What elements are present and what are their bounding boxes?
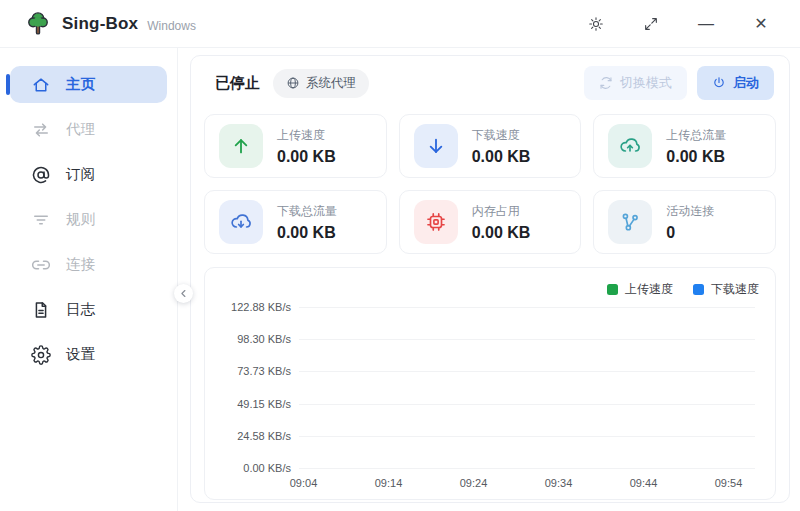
sidebar-item-label: 主页 — [66, 75, 95, 94]
stat-cards: 上传速度 0.00 KB 下载速度 0.00 KB — [191, 110, 789, 254]
system-proxy-label: 系统代理 — [306, 75, 356, 92]
chevron-left-icon — [178, 288, 189, 299]
globe-icon — [286, 76, 300, 90]
status-buttons: 切换模式 启动 — [584, 66, 774, 100]
x-tick: 09:14 — [346, 477, 431, 489]
theme-toggle-sun-icon[interactable] — [587, 15, 605, 33]
stat-value: 0.00 KB — [472, 148, 531, 166]
legend-upload-speed: 上传速度 — [607, 281, 673, 298]
stat-label: 下载速度 — [472, 127, 531, 144]
x-tick: 09:24 — [431, 477, 516, 489]
cpu-chip-icon — [414, 200, 458, 244]
link-icon — [31, 255, 51, 275]
filter-lines-icon — [31, 210, 51, 230]
download-swatch-icon — [693, 284, 704, 295]
y-tick: 73.73 KB/s — [221, 365, 291, 377]
start-button[interactable]: 启动 — [697, 66, 774, 100]
stat-card-download-speed: 下载速度 0.00 KB — [399, 114, 582, 178]
close-icon[interactable]: ✕ — [752, 15, 770, 33]
gridline — [299, 371, 755, 372]
gridline — [299, 404, 755, 405]
sidebar-item-label: 设置 — [66, 345, 95, 364]
gridline — [299, 468, 755, 469]
y-tick: 122.88 KB/s — [221, 301, 291, 313]
chart-legend: 上传速度 下载速度 — [221, 280, 759, 298]
stat-label: 上传速度 — [277, 127, 336, 144]
gear-icon — [31, 345, 51, 365]
sidebar-item-logs[interactable]: 日志 — [10, 291, 167, 328]
app-subtitle: Windows — [147, 19, 196, 33]
power-icon — [712, 76, 726, 90]
stat-value: 0 — [666, 224, 714, 242]
sidebar-item-rules[interactable]: 规则 — [10, 201, 167, 238]
switch-mode-label: 切换模式 — [620, 74, 672, 92]
swap-arrows-icon — [31, 120, 51, 140]
stat-value: 0.00 KB — [472, 224, 531, 242]
switch-mode-button[interactable]: 切换模式 — [584, 66, 687, 100]
gridline — [299, 339, 755, 340]
x-tick: 09:04 — [261, 477, 346, 489]
window-controls: — ✕ — [587, 15, 770, 33]
stat-card-memory: 内存占用 0.00 KB — [399, 190, 582, 254]
x-tick: 09:44 — [601, 477, 686, 489]
stat-label: 上传总流量 — [666, 127, 726, 144]
system-proxy-badge[interactable]: 系统代理 — [273, 69, 369, 98]
sidebar-item-label: 订阅 — [66, 165, 95, 184]
arrow-up-icon — [219, 124, 263, 168]
traffic-chart: 上传速度 下载速度 122.88 KB/s 98.30 KB/s 73.73 K… — [204, 267, 776, 500]
sidebar: 主页 代理 订阅 规则 连接 — [0, 48, 178, 511]
cloud-upload-icon — [608, 124, 652, 168]
arrow-down-icon — [414, 124, 458, 168]
legend-label: 下载速度 — [711, 281, 759, 298]
stat-value: 0.00 KB — [277, 224, 337, 242]
gridline — [299, 436, 755, 437]
start-label: 启动 — [733, 74, 759, 92]
refresh-icon — [599, 76, 613, 90]
sidebar-item-connections[interactable]: 连接 — [10, 246, 167, 283]
minimize-icon[interactable]: — — [697, 15, 715, 33]
stat-card-download-total: 下载总流量 0.00 KB — [204, 190, 387, 254]
sidebar-item-label: 日志 — [66, 300, 95, 319]
legend-download-speed: 下载速度 — [693, 281, 759, 298]
stat-value: 0.00 KB — [666, 148, 726, 166]
app-title: Sing-Box — [62, 14, 138, 34]
home-icon — [31, 75, 51, 95]
cloud-download-icon — [219, 200, 263, 244]
sidebar-collapse-button[interactable] — [174, 284, 193, 303]
sidebar-item-subscription[interactable]: 订阅 — [10, 156, 167, 193]
sidebar-item-settings[interactable]: 设置 — [10, 336, 167, 373]
document-icon — [31, 300, 51, 320]
y-tick: 98.30 KB/s — [221, 333, 291, 345]
sidebar-item-label: 规则 — [66, 210, 95, 229]
sidebar-item-label: 代理 — [66, 120, 95, 139]
gridline — [299, 307, 755, 308]
stat-label: 下载总流量 — [277, 203, 337, 220]
y-tick: 49.15 KB/s — [221, 398, 291, 410]
sidebar-item-home[interactable]: 主页 — [10, 66, 167, 103]
y-tick: 0.00 KB/s — [221, 462, 291, 474]
stat-value: 0.00 KB — [277, 148, 336, 166]
app-logo-tree-icon — [24, 10, 52, 38]
stat-card-upload-speed: 上传速度 0.00 KB — [204, 114, 387, 178]
maximize-icon[interactable] — [642, 15, 660, 33]
status-state: 已停止 — [215, 74, 260, 93]
legend-label: 上传速度 — [625, 281, 673, 298]
stat-card-upload-total: 上传总流量 0.00 KB — [593, 114, 776, 178]
at-sign-icon — [31, 165, 51, 185]
upload-swatch-icon — [607, 284, 618, 295]
sidebar-item-proxy[interactable]: 代理 — [10, 111, 167, 148]
status-row: 已停止 系统代理 切换模式 启动 — [191, 56, 789, 110]
y-tick: 24.58 KB/s — [221, 430, 291, 442]
x-tick: 09:34 — [516, 477, 601, 489]
stat-label: 活动连接 — [666, 203, 714, 220]
titlebar: Sing-Box Windows — ✕ — [0, 0, 800, 48]
network-branch-icon — [608, 200, 652, 244]
stat-label: 内存占用 — [472, 203, 531, 220]
x-tick: 09:54 — [686, 477, 771, 489]
main-panel: 已停止 系统代理 切换模式 启动 — [190, 55, 790, 503]
chart-x-axis: 09:04 09:14 09:24 09:34 09:44 09:54 — [221, 477, 759, 489]
stat-card-active-connections: 活动连接 0 — [593, 190, 776, 254]
sidebar-item-label: 连接 — [66, 255, 95, 274]
chart-plot-area: 122.88 KB/s 98.30 KB/s 73.73 KB/s 49.15 … — [221, 306, 759, 469]
